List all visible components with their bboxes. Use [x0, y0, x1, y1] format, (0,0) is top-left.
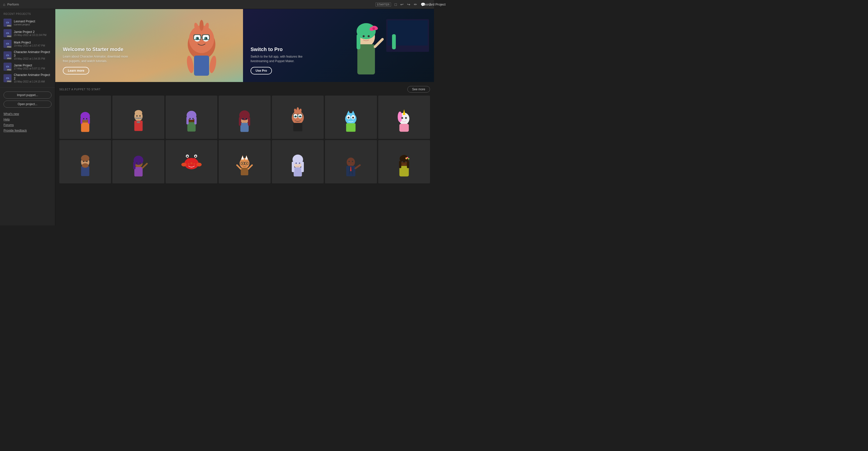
svg-point-40: [136, 121, 140, 123]
puppet-section-header: SELECT A PUPPET TO START See more: [59, 86, 430, 92]
puppet-card[interactable]: [219, 140, 270, 184]
puppet-svg: [180, 100, 203, 135]
puppet-card[interactable]: [165, 140, 217, 184]
redo-icon[interactable]: ↪: [407, 2, 410, 7]
recent-projects-label: RECENT PROJECTS: [0, 12, 55, 17]
content-area: Welcome to Starter mode Learn about Char…: [55, 9, 434, 225]
hero-starter-banner[interactable]: Welcome to Starter mode Learn about Char…: [55, 9, 243, 82]
svg-line-99: [143, 164, 147, 168]
svg-point-39: [135, 110, 142, 115]
svg-rect-48: [194, 117, 196, 124]
open-project-button[interactable]: Open project...: [3, 101, 52, 108]
project-name: Character Animator Project 2: [14, 73, 52, 80]
svg-point-151: [405, 161, 406, 162]
project-meta: 10-May-2022 at 1:24:15 AM: [14, 80, 52, 83]
puppet-svg: [393, 144, 415, 179]
svg-point-103: [187, 156, 188, 157]
svg-point-120: [242, 163, 244, 164]
starter-puppet-decoration: [175, 14, 228, 82]
sidebar: RECENT PROJECTS Ch PRO Leonard Project c…: [0, 9, 55, 225]
monitor-icon[interactable]: □: [395, 2, 397, 6]
puppet-card[interactable]: [325, 140, 377, 184]
svg-point-149: [408, 158, 409, 160]
svg-point-90: [83, 161, 84, 162]
puppet-svg: [233, 100, 256, 135]
home-icon[interactable]: ⌂: [3, 2, 5, 6]
project-meta: 17-May-2022 at 5:07:11 PM: [14, 67, 45, 70]
project-meta: 19-May-2022 at 1:57:47 PM: [14, 44, 45, 47]
learn-more-button[interactable]: Learn more: [63, 67, 89, 75]
edit-icon[interactable]: ✏: [414, 2, 417, 7]
import-puppet-button[interactable]: Import puppet...: [3, 91, 52, 98]
puppet-section: SELECT A PUPPET TO START See more: [55, 82, 434, 184]
puppet-figure: [112, 95, 164, 139]
puppet-card[interactable]: [272, 140, 324, 184]
project-name: Mark Project: [14, 41, 45, 44]
svg-rect-128: [292, 162, 294, 172]
puppet-card[interactable]: [59, 140, 111, 184]
sidebar-link[interactable]: Forums: [3, 123, 52, 127]
pro-puppet-decoration: [336, 14, 432, 82]
sidebar-link[interactable]: Provide feedback: [3, 129, 52, 132]
sidebar-project-item[interactable]: Ch PRO Mark Project 19-May-2022 at 1:57:…: [0, 38, 55, 49]
svg-point-58: [243, 118, 244, 119]
puppet-card[interactable]: [165, 95, 217, 139]
svg-rect-31: [81, 122, 90, 132]
svg-point-73: [345, 113, 356, 124]
svg-rect-54: [239, 117, 241, 126]
puppet-card[interactable]: [59, 95, 111, 139]
starter-badge: STARTER: [375, 2, 391, 6]
svg-line-29: [375, 39, 382, 47]
hero-starter-title: Welcome to Starter mode: [63, 47, 133, 52]
svg-rect-11: [194, 56, 209, 76]
hero-pro-banner[interactable]: Switch to Pro Switch to the full app, wi…: [243, 9, 434, 82]
puppet-figure: [219, 140, 270, 184]
puppet-card[interactable]: [378, 95, 430, 139]
svg-rect-145: [399, 161, 401, 168]
svg-point-110: [188, 163, 189, 165]
sidebar-project-item[interactable]: Ch PRO Character Animator Project 2 10-M…: [0, 72, 55, 84]
svg-point-42: [139, 115, 141, 116]
svg-point-59: [246, 118, 247, 119]
svg-point-133: [299, 163, 300, 164]
see-more-button[interactable]: See more: [407, 86, 430, 92]
svg-rect-129: [301, 162, 304, 172]
project-icon: Ch PRO: [3, 74, 11, 82]
use-pro-button[interactable]: Use Pro: [251, 67, 272, 75]
hero-row: Welcome to Starter mode Learn about Char…: [55, 9, 434, 82]
svg-point-77: [348, 117, 350, 119]
puppet-svg: [393, 100, 415, 135]
sidebar-project-item[interactable]: Ch PRO Jamie Project 17-May-2022 at 5:07…: [0, 61, 55, 72]
svg-point-148: [407, 157, 408, 159]
project-name: Character Animator Project 3: [14, 50, 52, 57]
project-name: Jamie Project 2: [14, 30, 46, 34]
puppet-figure: [378, 140, 430, 184]
puppet-svg: [127, 100, 150, 135]
svg-point-109: [190, 162, 192, 164]
undo-icon[interactable]: ↩: [400, 2, 404, 7]
svg-point-132: [296, 163, 297, 164]
svg-point-41: [136, 115, 137, 116]
svg-rect-55: [248, 117, 250, 126]
svg-rect-34: [88, 117, 90, 124]
sidebar-project-item[interactable]: Ch PRO Leonard Project current project: [0, 17, 55, 28]
puppet-card[interactable]: [112, 95, 164, 139]
sidebar-project-item[interactable]: Ch PRO Jamie Project 2 20-May-2022 at 10…: [0, 28, 55, 38]
puppet-card[interactable]: [272, 95, 324, 139]
puppet-figure: [59, 140, 111, 184]
sidebar-link[interactable]: What's new: [3, 112, 52, 116]
puppet-card[interactable]: [378, 140, 430, 184]
svg-point-78: [352, 117, 354, 119]
sidebar-project-item[interactable]: Ch PRO Character Animator Project 3 19-M…: [0, 49, 55, 61]
svg-rect-43: [135, 118, 142, 119]
puppet-svg: [233, 144, 256, 179]
puppet-card[interactable]: [219, 95, 270, 139]
hero-starter-description: Learn about Character Animator, download…: [63, 54, 133, 63]
puppet-card[interactable]: [325, 95, 377, 139]
svg-point-84: [398, 112, 402, 122]
puppet-card[interactable]: [112, 140, 164, 184]
sidebar-link[interactable]: Help: [3, 118, 52, 121]
app-name: Perform: [7, 2, 19, 6]
puppet-figure: [219, 95, 270, 139]
puppet-figure: [325, 140, 377, 184]
